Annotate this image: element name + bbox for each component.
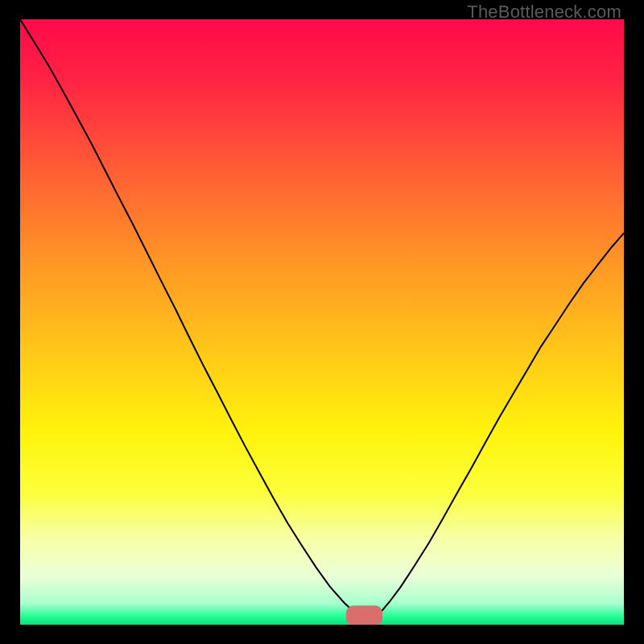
chart-background: [20, 19, 624, 625]
chart-frame: [20, 19, 624, 625]
watermark-text: TheBottleneck.com: [467, 2, 621, 23]
optimum-marker: [346, 605, 382, 625]
bottleneck-chart: [20, 19, 624, 625]
